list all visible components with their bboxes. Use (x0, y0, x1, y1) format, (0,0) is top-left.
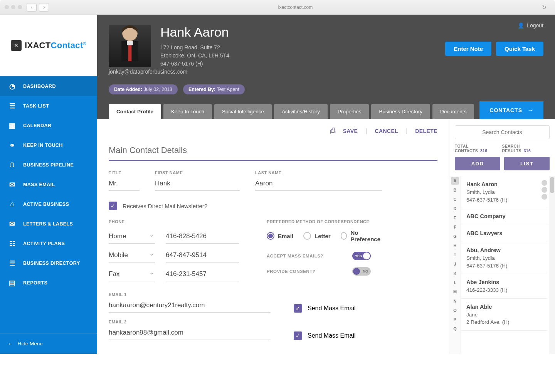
section-title: Main Contact Details (97, 139, 449, 160)
pref-none-radio[interactable]: No Preference (341, 229, 382, 242)
newsletter-label: Receives Direct Mail Newsletter? (123, 203, 207, 209)
section-divider (109, 160, 437, 161)
contact-header: 👤Logout Enter Note Quick Task Hank Aaron… (97, 15, 555, 101)
email1-input[interactable] (109, 300, 271, 313)
dashboard-icon: ◔ (8, 82, 17, 91)
accept-mass-toggle[interactable]: YES (352, 252, 371, 260)
forward-button[interactable]: › (39, 3, 49, 12)
nav-letters-labels[interactable]: ✉LETTERS & LABELS (0, 214, 97, 234)
contact-list-item[interactable]: ABC Lawyers (461, 225, 547, 242)
nav-calendar[interactable]: ▦CALENDAR (0, 116, 97, 135)
tabbar: Contact Profile Keep In Touch Social Int… (97, 101, 555, 119)
contact-list-item[interactable]: Hank Aaron Smith, Lydia 647-637-5176 (H) (461, 176, 547, 208)
keepintouch-icon: ⚭ (8, 141, 17, 150)
tab-activities-history[interactable]: Activities/History (274, 104, 328, 119)
list-contacts-button[interactable]: LIST (504, 157, 550, 170)
nav-activity-plans[interactable]: ☷ACTIVITY PLANS (0, 234, 97, 253)
entered-by-pill: Entered By: Test Agent (183, 84, 245, 94)
tab-keep-in-touch[interactable]: Keep In Touch (163, 104, 212, 119)
consent-toggle[interactable]: NO (352, 267, 371, 276)
sidebar: ✕ IXACTContact® ◔DASHBOARD ☰TASK LIST ▦C… (0, 15, 97, 354)
send-mass-2-checkbox[interactable]: ✓ (294, 331, 302, 340)
address-bar[interactable]: ixactcontact.com (54, 5, 537, 10)
email2-input[interactable] (109, 327, 271, 340)
pipeline-icon: ⎍ (8, 161, 17, 169)
tab-social-intelligence[interactable]: Social Intelligence (214, 104, 272, 119)
alpha-index[interactable]: ABCDEFGHIJKLMNOPQ (449, 176, 461, 354)
pref-letter-radio[interactable]: Letter (303, 232, 331, 240)
quick-task-button[interactable]: Quick Task (496, 42, 543, 56)
status-badge-icon (542, 187, 547, 193)
nav-keep-in-touch[interactable]: ⚭KEEP IN TOUCH (0, 135, 97, 155)
phone-number-0[interactable] (166, 231, 239, 244)
send-mass-1-checkbox[interactable]: ✓ (294, 304, 302, 313)
contact-list-item[interactable]: Abe Jenkins416-222-3333 (H) (461, 274, 547, 299)
email-icon: ✉ (8, 180, 17, 189)
contact-name: Hank Aaron (109, 25, 543, 40)
cancel-link[interactable]: CANCEL (375, 128, 398, 134)
tab-documents[interactable]: Documents (432, 104, 474, 119)
calendar-icon: ▦ (8, 121, 17, 130)
refresh-icon[interactable]: ↻ (542, 4, 547, 10)
tab-contact-profile[interactable]: Contact Profile (109, 104, 161, 119)
add-contact-button[interactable]: ADD (455, 157, 500, 170)
nav-active-business[interactable]: ⌂ACTIVE BUSINESS (0, 194, 97, 214)
status-badge-icon (542, 180, 547, 186)
nav-business-directory[interactable]: ☰BUSINESS DIRECTORY (0, 253, 97, 273)
contact-avatar (109, 25, 151, 67)
phone-type-1[interactable] (109, 250, 155, 262)
brand-logo: ✕ IXACTContact® (0, 15, 97, 76)
window-controls (5, 5, 22, 9)
nav-business-pipeline[interactable]: ⎍BUSINESS PIPELINE (0, 155, 97, 175)
directory-icon: ☰ (8, 259, 17, 268)
print-icon[interactable]: ⎙ (330, 126, 335, 136)
reports-icon: ▤ (8, 279, 17, 287)
enter-note-button[interactable]: Enter Note (445, 42, 491, 56)
first-name-input[interactable] (155, 178, 240, 191)
date-added-pill: Date Added: July 02, 2013 (109, 84, 178, 94)
brand-mark-icon: ✕ (11, 40, 22, 51)
pref-email-radio[interactable]: Email (267, 232, 293, 240)
nav-task-list[interactable]: ☰TASK LIST (0, 96, 97, 116)
back-button[interactable]: ‹ (27, 3, 37, 12)
phone-type-2[interactable] (109, 269, 155, 281)
phone-type-0[interactable] (109, 231, 155, 244)
tasklist-icon: ☰ (8, 102, 17, 110)
nav-reports[interactable]: ▤REPORTS (0, 273, 97, 293)
last-name-input[interactable] (255, 178, 382, 191)
plans-icon: ☷ (8, 239, 17, 248)
svg-rect-3 (127, 41, 133, 45)
save-link[interactable]: SAVE (343, 128, 358, 134)
arrow-right-icon: → (528, 107, 533, 113)
tab-business-directory[interactable]: Business Directory (371, 104, 430, 119)
letters-icon: ✉ (8, 220, 17, 228)
more-icon (542, 194, 547, 200)
phone-number-1[interactable] (166, 250, 239, 262)
scrollbar-thumb[interactable] (550, 177, 554, 193)
nav: ◔DASHBOARD ☰TASK LIST ▦CALENDAR ⚭KEEP IN… (0, 76, 97, 333)
activebiz-icon: ⌂ (8, 200, 17, 208)
contact-list-item[interactable]: Abu, AndrewSmith, Lydia647-637-5176 (H) (461, 242, 547, 274)
nav-mass-email[interactable]: ✉MASS EMAIL (0, 175, 97, 194)
user-icon: 👤 (518, 22, 524, 29)
contacts-button[interactable]: CONTACTS→ (479, 101, 543, 119)
search-contacts-input[interactable] (455, 125, 550, 139)
phone-number-2[interactable] (166, 269, 239, 281)
logout-link[interactable]: 👤Logout (518, 22, 543, 29)
arrow-left-icon: ← (8, 341, 13, 347)
newsletter-checkbox[interactable]: ✓ (109, 202, 117, 210)
browser-chrome: ‹ › ixactcontact.com ↻ (0, 0, 555, 15)
contact-list-item[interactable]: Alan AbleJane2 Redford Ave. (H) (461, 299, 547, 331)
nav-dashboard[interactable]: ◔DASHBOARD (0, 76, 97, 96)
delete-link[interactable]: DELETE (415, 128, 437, 134)
tab-properties[interactable]: Properties (330, 104, 369, 119)
contact-list-item[interactable]: ABC Company (461, 208, 547, 225)
contacts-panel: TOTAL CONTACTS316 SEARCH RESULTS316 ADD … (449, 119, 555, 354)
hide-menu-button[interactable]: ← Hide Menu (0, 333, 97, 354)
title-input[interactable] (109, 178, 140, 191)
scrollbar-track (549, 176, 555, 354)
